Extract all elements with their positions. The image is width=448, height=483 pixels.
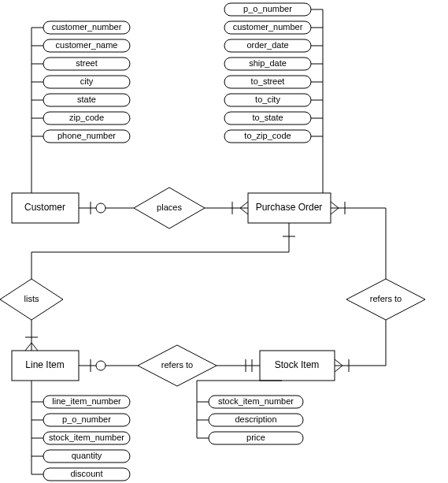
attr-label: to_zip_code — [244, 131, 291, 140]
entity-label: Customer — [24, 202, 65, 213]
attr-zip-code: zip_code — [31, 112, 130, 124]
svg-line-63 — [331, 208, 339, 214]
relationship-label: refers to — [161, 360, 193, 370]
attr-label: quantity — [72, 451, 102, 460]
entity-label: Line Item — [25, 359, 64, 370]
attr-state: state — [31, 94, 130, 106]
attr-po-number: p_o_number — [224, 3, 323, 16]
attr-order-date: order_date — [224, 39, 323, 52]
relationship-places: places — [134, 188, 205, 228]
attr-label: stock_item_number — [218, 396, 294, 406]
attr-label: ship_date — [249, 58, 287, 68]
attr-to-street: to_street — [224, 76, 323, 88]
attr-label: to_state — [252, 113, 283, 122]
attr-phone-number: phone_number — [31, 130, 130, 143]
entity-purchase-order: Purchase Order — [248, 193, 331, 223]
attr-label: customer_name — [56, 40, 118, 50]
attr-label: street — [76, 58, 98, 68]
attr-label: line_item_number — [52, 396, 121, 406]
attr-label: order_date — [246, 40, 288, 50]
relationship-refers-to-right: refers to — [346, 279, 425, 320]
svg-line-48 — [25, 343, 31, 351]
attr-city: city — [31, 76, 130, 88]
svg-line-49 — [31, 343, 38, 351]
attr-stock-item-number: stock_item_number — [197, 396, 303, 408]
attr-to-state: to_state — [224, 112, 323, 124]
svg-point-56 — [96, 361, 106, 370]
attr-to-city: to_city — [224, 94, 323, 106]
attr-label: city — [80, 76, 94, 86]
attr-label: phone_number — [57, 131, 116, 140]
attr-quantity: quantity — [31, 450, 130, 463]
attr-customer-number: customer_number — [31, 21, 130, 34]
attr-customer-number-po: customer_number — [224, 21, 323, 34]
attr-label: state — [77, 95, 96, 104]
attr-po-number-li: p_o_number — [31, 414, 130, 426]
relationship-refers-to-middle: refers to — [138, 345, 217, 386]
attr-label: discount — [71, 469, 103, 478]
attr-line-item-number: line_item_number — [31, 396, 130, 408]
relationship-lists: lists — [0, 279, 63, 320]
attr-discount: discount — [31, 468, 130, 481]
attr-label: description — [235, 414, 276, 424]
entity-line-item: Line Item — [12, 351, 79, 381]
attr-label: price — [246, 433, 265, 442]
attr-description: description — [197, 414, 303, 426]
attr-to-zip-code: to_zip_code — [224, 130, 323, 143]
attr-label: to_street — [251, 76, 285, 86]
attr-label: p_o_number — [243, 4, 292, 13]
attr-label: zip_code — [69, 113, 104, 122]
entity-customer: Customer — [12, 193, 79, 223]
attr-street: street — [31, 58, 130, 70]
stock-item-attributes: stock_item_number description price — [197, 381, 303, 444]
relationship-label: lists — [24, 294, 39, 303]
attr-customer-name: customer_name — [31, 39, 130, 52]
entity-stock-item: Stock Item — [260, 351, 335, 381]
svg-line-41 — [240, 208, 248, 214]
attr-price: price — [197, 432, 303, 444]
attr-label: p_o_number — [62, 414, 111, 424]
entity-label: Stock Item — [275, 359, 320, 370]
attr-label: customer_number — [52, 22, 122, 32]
attr-ship-date: ship_date — [224, 58, 323, 70]
svg-line-40 — [240, 202, 248, 208]
purchase-order-attributes: p_o_number customer_number order_date sh… — [224, 3, 323, 201]
attr-stock-item-number-li: stock_item_number — [31, 432, 130, 444]
attr-label: stock_item_number — [49, 433, 124, 442]
entity-label: Purchase Order — [256, 202, 323, 213]
svg-line-68 — [335, 359, 342, 366]
line-item-attributes: line_item_number p_o_number stock_item_n… — [31, 381, 130, 481]
attr-label: to_city — [255, 95, 280, 104]
er-diagram: customer_number customer_name street cit… — [0, 0, 448, 483]
attr-label: customer_number — [233, 22, 303, 32]
svg-point-37 — [96, 203, 106, 213]
customer-attributes: customer_number customer_name street cit… — [31, 21, 130, 201]
svg-line-62 — [331, 202, 339, 208]
svg-line-69 — [335, 366, 342, 372]
relationship-label: places — [157, 202, 182, 212]
relationship-label: refers to — [370, 294, 402, 303]
